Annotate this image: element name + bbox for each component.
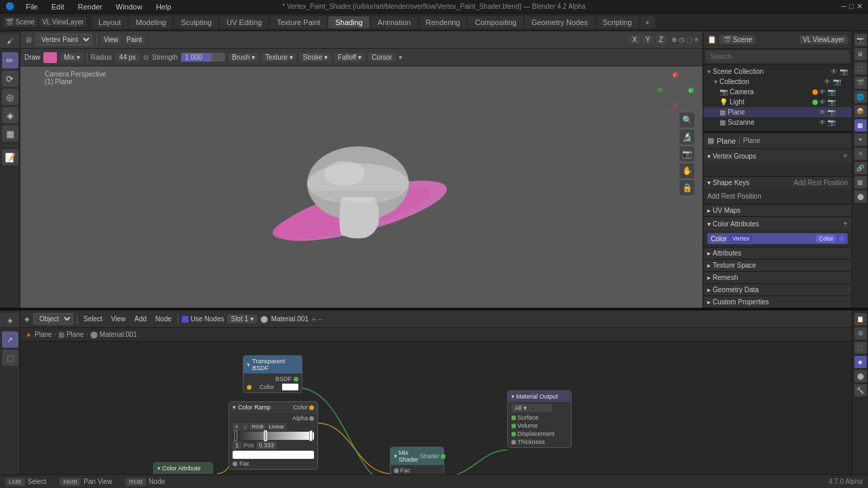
menu-window[interactable]: Window (113, 2, 145, 12)
section-attributes[interactable]: ▸Attributes (703, 247, 852, 260)
ramp-mode[interactable]: RGB (250, 423, 265, 430)
prop-tab-world[interactable]: 🌐 (854, 91, 867, 103)
viewport-3d[interactable]: 🖥 Vertex Paint View Paint X Y Z ⊕ ◷ ⬚ ≡ … (20, 31, 703, 308)
brush-dropdown[interactable]: Brush ▾ (229, 53, 258, 62)
viewlayer-selector-right[interactable]: VL ViewLayer (800, 35, 848, 44)
mo-surface-socket[interactable] (511, 415, 516, 420)
prop-tab-scene[interactable]: 🎬 (854, 77, 867, 89)
radius-field[interactable]: 44 px (115, 53, 140, 62)
tab-animation[interactable]: Animation (371, 16, 418, 28)
scene-selector-right[interactable]: 🎬 Scene (719, 35, 755, 44)
mo-displacement-socket[interactable] (511, 432, 516, 436)
node-del-btn[interactable]: − (318, 315, 322, 323)
color-ramp-color-socket[interactable] (309, 405, 314, 410)
prop-tab-data[interactable]: ▦ (854, 176, 867, 188)
ramp-stop-left[interactable] (234, 430, 237, 441)
mix-dropdown[interactable]: Mix ▾ (60, 53, 83, 62)
tool-mask[interactable]: ▦ (2, 125, 18, 142)
ramp-selected-stop[interactable] (264, 430, 267, 441)
section-custom-properties[interactable]: ▸Custom Properties (703, 296, 852, 308)
color-ramp-gradient[interactable] (233, 432, 314, 440)
breadcrumb-plane1[interactable]: Plane (35, 331, 52, 338)
node-menu-node[interactable]: Node (153, 314, 174, 323)
falloff-dropdown[interactable]: Falloff ▾ (334, 53, 365, 62)
tool-annotate[interactable]: 📝 (2, 149, 18, 165)
slot-selector[interactable]: Slot 1 ▾ (227, 314, 256, 323)
tab-uv-editing[interactable]: UV Editing (220, 16, 269, 28)
window-maximize[interactable]: □ (849, 2, 854, 11)
mo-all-dropdown[interactable]: All ▾ (511, 404, 552, 412)
node-mode-dropdown[interactable]: Object (33, 313, 73, 325)
tab-compositing[interactable]: Compositing (468, 16, 523, 28)
texture-dropdown[interactable]: Texture ▾ (262, 53, 296, 62)
node-tool-select[interactable]: ↗ (2, 331, 18, 348)
ramp-add[interactable]: + (233, 423, 241, 430)
node-add-btn[interactable]: + (312, 315, 316, 323)
lock-btn[interactable]: 🔒 (679, 180, 694, 195)
ramp-remove[interactable]: - (242, 423, 248, 430)
ramp-color-swatch[interactable] (233, 451, 314, 459)
window-minimize[interactable]: ─ (842, 2, 847, 11)
ne-right-icon3[interactable]: ⬚ (854, 342, 867, 354)
node-canvas[interactable]: ◈ Object Select View Add Node Use Nodes … (20, 310, 852, 488)
tab-texture-paint[interactable]: Texture Paint (270, 16, 327, 28)
prop-tab-particles[interactable]: ✦ (854, 134, 867, 146)
xyz-z[interactable]: Z (656, 35, 667, 44)
tab-add[interactable]: + (640, 16, 655, 28)
color-input-value[interactable] (282, 384, 298, 390)
tab-modeling[interactable]: Modeling (129, 16, 173, 28)
prop-tab-render[interactable]: 📷 (854, 34, 867, 46)
menu-help[interactable]: Help (153, 2, 174, 12)
zoom-in-btn[interactable]: 🔍 (679, 113, 694, 127)
tool-blur[interactable]: ◎ (2, 89, 18, 105)
paint-menu[interactable]: Paint (124, 35, 145, 44)
scene-selector[interactable]: 🎬 Scene (3, 17, 37, 27)
transparent-bsdf-collapse[interactable]: ▾ (247, 361, 250, 368)
ms-collapse[interactable]: ▾ (394, 453, 397, 460)
xyz-y[interactable]: Y (642, 35, 654, 44)
node-transparent-bsdf[interactable]: ▾ Transparent BSDF BSDF Color (243, 355, 302, 393)
node-tool-box[interactable]: ⬚ (2, 350, 18, 366)
node-menu-view[interactable]: View (108, 314, 129, 323)
prop-tab-material[interactable]: ⬤ (854, 190, 867, 203)
collection-item-light[interactable]: 💡 Light 👁 📷 (703, 97, 852, 107)
section-geometry-data[interactable]: ▸Geometry Data (703, 284, 852, 296)
breadcrumb-plane2[interactable]: Plane (66, 331, 84, 338)
tab-geometry-nodes[interactable]: Geometry Nodes (525, 16, 595, 28)
breadcrumb-material[interactable]: Material.001 (100, 331, 137, 338)
ms-fac-socket[interactable] (394, 468, 399, 473)
collection-item-plane[interactable]: ▦ Plane 👁 📷 (703, 107, 852, 117)
tool-smear[interactable]: ⟳ (2, 70, 18, 87)
window-close[interactable]: ✕ (856, 2, 863, 11)
section-remesh[interactable]: ▸Remesh (703, 272, 852, 284)
menu-edit[interactable]: Edit (49, 2, 67, 12)
camera-btn[interactable]: 📷 (679, 146, 694, 161)
section-vertex-groups[interactable]: ▾Vertex Groups + (703, 149, 852, 177)
menu-file[interactable]: File (23, 2, 41, 12)
color-ramp-collapse[interactable]: ▾ (233, 404, 236, 411)
pan-btn[interactable]: ✋ (679, 163, 694, 178)
mo-volume-socket[interactable] (511, 424, 516, 428)
bsdf-output-socket[interactable] (294, 377, 298, 382)
ne-right-icon6[interactable]: 🔧 (854, 384, 867, 396)
section-uv-maps[interactable]: ▸UV Maps (703, 205, 852, 217)
tab-shading[interactable]: Shading (328, 16, 369, 28)
prop-tab-modifier[interactable]: ▦ (854, 119, 867, 131)
collection-item-suzanne[interactable]: ▦ Suzanne 👁 📷 (703, 117, 852, 127)
viewlayer-selector[interactable]: VL ViewLayer (39, 17, 86, 27)
prop-tab-view-layer[interactable]: ⬚ (854, 62, 867, 75)
mo-thickness-socket[interactable] (511, 440, 516, 445)
stroke-dropdown[interactable]: Stroke ▾ (300, 53, 332, 62)
section-shape-keys[interactable]: ▾Shape Keys Add Rest Position Add Rest P… (703, 177, 852, 205)
tab-scripting[interactable]: Scripting (596, 16, 639, 28)
prop-tab-output[interactable]: 🖥 (854, 48, 867, 60)
prop-tab-physics[interactable]: ⚛ (854, 148, 867, 160)
ne-right-icon1[interactable]: 📋 (854, 313, 867, 325)
pos-value[interactable]: 0.333 (256, 441, 277, 449)
tool-average[interactable]: ◈ (2, 107, 18, 123)
node-material-output[interactable]: ▾ Material Output All ▾ Surface Volume (507, 390, 572, 448)
node-menu-select[interactable]: Select (81, 314, 105, 323)
ramp-interp[interactable]: Linear (267, 423, 286, 430)
nav-gizmo[interactable]: Z X (657, 72, 694, 109)
use-nodes-check[interactable]: Use Nodes (182, 315, 224, 323)
